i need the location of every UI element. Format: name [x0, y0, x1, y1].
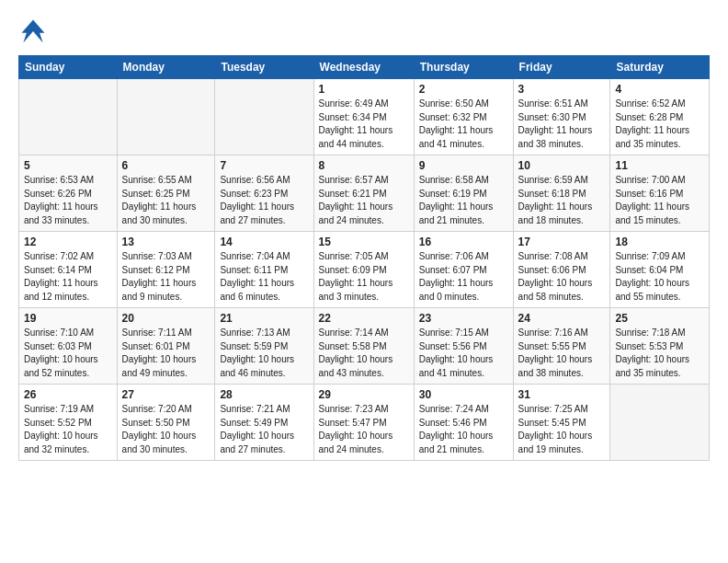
day-number: 31	[518, 388, 606, 401]
calendar-cell: 22Sunrise: 7:14 AM Sunset: 5:58 PM Dayli…	[313, 308, 414, 385]
calendar-cell: 3Sunrise: 6:51 AM Sunset: 6:30 PM Daylig…	[513, 79, 610, 155]
day-info: Sunrise: 7:16 AM Sunset: 5:55 PM Dayligh…	[518, 327, 606, 380]
day-info: Sunrise: 7:19 AM Sunset: 5:52 PM Dayligh…	[24, 403, 112, 456]
logo	[18, 17, 51, 46]
day-number: 2	[419, 83, 508, 96]
day-info: Sunrise: 7:20 AM Sunset: 5:50 PM Dayligh…	[122, 403, 210, 456]
day-info: Sunrise: 6:50 AM Sunset: 6:32 PM Dayligh…	[419, 98, 508, 151]
calendar-cell	[215, 79, 313, 155]
day-info: Sunrise: 7:23 AM Sunset: 5:47 PM Dayligh…	[319, 403, 409, 456]
weekday-header-tuesday: Tuesday	[215, 56, 313, 79]
calendar-cell: 4Sunrise: 6:52 AM Sunset: 6:28 PM Daylig…	[610, 79, 710, 155]
day-number: 23	[419, 312, 508, 325]
calendar-cell: 18Sunrise: 7:09 AM Sunset: 6:04 PM Dayli…	[610, 232, 710, 308]
day-info: Sunrise: 7:09 AM Sunset: 6:04 PM Dayligh…	[615, 250, 704, 304]
day-info: Sunrise: 7:25 AM Sunset: 5:45 PM Dayligh…	[518, 403, 606, 456]
calendar-cell: 1Sunrise: 6:49 AM Sunset: 6:34 PM Daylig…	[313, 79, 414, 155]
day-number: 1	[319, 83, 409, 96]
day-number: 28	[220, 388, 308, 401]
calendar-cell: 28Sunrise: 7:21 AM Sunset: 5:49 PM Dayli…	[215, 385, 313, 461]
day-number: 17	[518, 236, 606, 248]
weekday-header-saturday: Saturday	[610, 56, 710, 79]
day-number: 18	[615, 236, 704, 248]
day-info: Sunrise: 6:56 AM Sunset: 6:23 PM Dayligh…	[220, 174, 308, 227]
calendar-cell: 2Sunrise: 6:50 AM Sunset: 6:32 PM Daylig…	[414, 79, 513, 155]
logo-icon	[18, 17, 48, 46]
weekday-header-row: SundayMondayTuesdayWednesdayThursdayFrid…	[19, 56, 710, 79]
day-number: 10	[518, 159, 606, 172]
calendar-cell: 17Sunrise: 7:08 AM Sunset: 6:06 PM Dayli…	[513, 232, 610, 308]
calendar-cell: 16Sunrise: 7:06 AM Sunset: 6:07 PM Dayli…	[414, 232, 513, 308]
calendar-cell: 31Sunrise: 7:25 AM Sunset: 5:45 PM Dayli…	[513, 385, 610, 461]
calendar: SundayMondayTuesdayWednesdayThursdayFrid…	[18, 55, 710, 461]
calendar-cell: 11Sunrise: 7:00 AM Sunset: 6:16 PM Dayli…	[610, 155, 710, 232]
day-number: 27	[122, 388, 210, 401]
calendar-cell	[117, 79, 215, 155]
day-info: Sunrise: 7:04 AM Sunset: 6:11 PM Dayligh…	[220, 250, 308, 304]
calendar-cell: 6Sunrise: 6:55 AM Sunset: 6:25 PM Daylig…	[117, 155, 215, 232]
header	[18, 17, 710, 46]
calendar-cell: 24Sunrise: 7:16 AM Sunset: 5:55 PM Dayli…	[513, 308, 610, 385]
day-number: 9	[419, 159, 508, 172]
calendar-cell: 12Sunrise: 7:02 AM Sunset: 6:14 PM Dayli…	[19, 232, 118, 308]
day-number: 4	[615, 83, 704, 96]
day-info: Sunrise: 7:05 AM Sunset: 6:09 PM Dayligh…	[319, 250, 409, 304]
calendar-cell: 21Sunrise: 7:13 AM Sunset: 5:59 PM Dayli…	[215, 308, 313, 385]
day-number: 25	[615, 312, 704, 325]
weekday-header-wednesday: Wednesday	[313, 56, 414, 79]
day-number: 26	[24, 388, 112, 401]
weekday-header-friday: Friday	[513, 56, 610, 79]
calendar-cell: 8Sunrise: 6:57 AM Sunset: 6:21 PM Daylig…	[313, 155, 414, 232]
day-info: Sunrise: 6:55 AM Sunset: 6:25 PM Dayligh…	[122, 174, 210, 227]
day-info: Sunrise: 7:02 AM Sunset: 6:14 PM Dayligh…	[24, 250, 112, 304]
calendar-cell: 9Sunrise: 6:58 AM Sunset: 6:19 PM Daylig…	[414, 155, 513, 232]
calendar-row-2: 5Sunrise: 6:53 AM Sunset: 6:26 PM Daylig…	[19, 155, 710, 232]
day-info: Sunrise: 6:51 AM Sunset: 6:30 PM Dayligh…	[518, 98, 606, 151]
calendar-row-4: 19Sunrise: 7:10 AM Sunset: 6:03 PM Dayli…	[19, 308, 710, 385]
weekday-header-monday: Monday	[117, 56, 215, 79]
day-info: Sunrise: 7:00 AM Sunset: 6:16 PM Dayligh…	[615, 174, 704, 227]
weekday-header-thursday: Thursday	[414, 56, 513, 79]
day-number: 15	[319, 236, 409, 248]
day-number: 16	[419, 236, 508, 248]
calendar-cell: 13Sunrise: 7:03 AM Sunset: 6:12 PM Dayli…	[117, 232, 215, 308]
calendar-cell: 30Sunrise: 7:24 AM Sunset: 5:46 PM Dayli…	[414, 385, 513, 461]
calendar-cell	[19, 79, 118, 155]
day-info: Sunrise: 7:13 AM Sunset: 5:59 PM Dayligh…	[220, 327, 308, 380]
day-info: Sunrise: 6:58 AM Sunset: 6:19 PM Dayligh…	[419, 174, 508, 227]
day-info: Sunrise: 7:14 AM Sunset: 5:58 PM Dayligh…	[319, 327, 409, 380]
day-info: Sunrise: 7:11 AM Sunset: 6:01 PM Dayligh…	[122, 327, 210, 380]
calendar-cell: 19Sunrise: 7:10 AM Sunset: 6:03 PM Dayli…	[19, 308, 118, 385]
svg-marker-0	[22, 20, 45, 43]
day-info: Sunrise: 7:08 AM Sunset: 6:06 PM Dayligh…	[518, 250, 606, 304]
day-number: 20	[122, 312, 210, 325]
calendar-cell: 20Sunrise: 7:11 AM Sunset: 6:01 PM Dayli…	[117, 308, 215, 385]
day-info: Sunrise: 6:59 AM Sunset: 6:18 PM Dayligh…	[518, 174, 606, 227]
day-number: 13	[122, 236, 210, 248]
day-info: Sunrise: 7:18 AM Sunset: 5:53 PM Dayligh…	[615, 327, 704, 380]
day-number: 8	[319, 159, 409, 172]
day-number: 22	[319, 312, 409, 325]
day-number: 6	[122, 159, 210, 172]
day-number: 3	[518, 83, 606, 96]
weekday-header-sunday: Sunday	[19, 56, 118, 79]
calendar-cell: 29Sunrise: 7:23 AM Sunset: 5:47 PM Dayli…	[313, 385, 414, 461]
calendar-row-5: 26Sunrise: 7:19 AM Sunset: 5:52 PM Dayli…	[19, 385, 710, 461]
day-number: 21	[220, 312, 308, 325]
day-number: 19	[24, 312, 112, 325]
calendar-cell: 14Sunrise: 7:04 AM Sunset: 6:11 PM Dayli…	[215, 232, 313, 308]
calendar-cell: 10Sunrise: 6:59 AM Sunset: 6:18 PM Dayli…	[513, 155, 610, 232]
day-info: Sunrise: 7:03 AM Sunset: 6:12 PM Dayligh…	[122, 250, 210, 304]
calendar-cell	[610, 385, 710, 461]
calendar-row-3: 12Sunrise: 7:02 AM Sunset: 6:14 PM Dayli…	[19, 232, 710, 308]
calendar-cell: 26Sunrise: 7:19 AM Sunset: 5:52 PM Dayli…	[19, 385, 118, 461]
day-info: Sunrise: 6:53 AM Sunset: 6:26 PM Dayligh…	[24, 174, 112, 227]
day-number: 11	[615, 159, 704, 172]
day-info: Sunrise: 6:52 AM Sunset: 6:28 PM Dayligh…	[615, 98, 704, 151]
day-info: Sunrise: 7:15 AM Sunset: 5:56 PM Dayligh…	[419, 327, 508, 380]
calendar-cell: 25Sunrise: 7:18 AM Sunset: 5:53 PM Dayli…	[610, 308, 710, 385]
day-info: Sunrise: 6:49 AM Sunset: 6:34 PM Dayligh…	[319, 98, 409, 151]
day-info: Sunrise: 7:06 AM Sunset: 6:07 PM Dayligh…	[419, 250, 508, 304]
page: SundayMondayTuesdayWednesdayThursdayFrid…	[0, 0, 728, 477]
day-info: Sunrise: 7:10 AM Sunset: 6:03 PM Dayligh…	[24, 327, 112, 380]
